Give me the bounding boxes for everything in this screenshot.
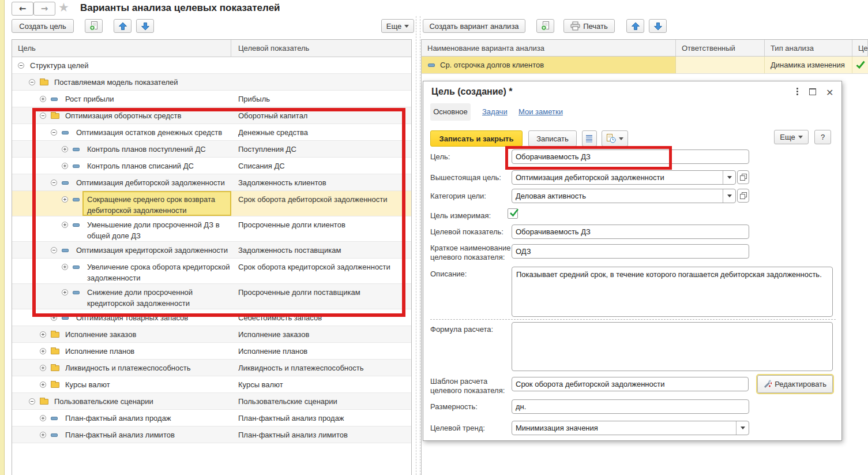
category-open-button[interactable] bbox=[737, 189, 749, 203]
magic-wand-icon bbox=[764, 380, 772, 388]
tab-tasks[interactable]: Задачи bbox=[482, 107, 508, 116]
tree-row[interactable]: Ликвидность и платежеспособностьЛиквидно… bbox=[12, 360, 411, 376]
tree-row[interactable]: Структура целей bbox=[12, 57, 411, 74]
page-title: Варианты анализа целевых показателей bbox=[80, 2, 280, 14]
chevron-down-icon bbox=[619, 137, 623, 143]
left-accent-strip bbox=[0, 0, 5, 475]
goal-cell: Поставляемая модель показателей bbox=[54, 77, 228, 88]
dropdown-arrow-icon[interactable] bbox=[723, 171, 735, 184]
expand-icon[interactable] bbox=[40, 382, 46, 388]
save-and-close-button[interactable]: Записать и закрыть bbox=[430, 130, 523, 147]
measurable-checkbox[interactable] bbox=[508, 208, 518, 219]
save-variant-button[interactable] bbox=[536, 19, 554, 33]
column-header-variant-name: Наименование варианта анализа bbox=[422, 40, 676, 56]
move-down-button[interactable] bbox=[136, 19, 154, 33]
checkmark-icon bbox=[856, 61, 865, 70]
dialog-more-button[interactable]: Еще bbox=[774, 130, 809, 144]
create-analysis-variant-button[interactable]: Создать вариант анализа bbox=[423, 19, 525, 33]
new-document-icon bbox=[541, 21, 550, 31]
move-down-button[interactable] bbox=[649, 19, 667, 33]
indicator-cell: Исполнение планов bbox=[238, 346, 408, 357]
indicator-cell: Курсы валют bbox=[238, 379, 408, 390]
expand-icon[interactable] bbox=[40, 365, 46, 371]
expand-icon[interactable] bbox=[40, 415, 46, 421]
trend-select[interactable]: Минимизация значения bbox=[512, 421, 749, 435]
help-button[interactable]: ? bbox=[814, 130, 831, 144]
category-input[interactable]: Деловая активность bbox=[512, 189, 736, 203]
collapse-icon[interactable] bbox=[29, 398, 35, 405]
indicator-input[interactable]: Оборачиваемость ДЗ bbox=[512, 225, 749, 239]
parent-goal-input[interactable]: Оптимизация дебиторской задолженности bbox=[512, 170, 736, 185]
save-list-button[interactable] bbox=[85, 19, 103, 33]
variant-target-cell bbox=[852, 57, 868, 73]
left-more-button[interactable]: Еще bbox=[381, 19, 414, 33]
goal-cell: Рост прибыли bbox=[65, 93, 228, 104]
indicator-cell: Прибыль bbox=[238, 93, 408, 104]
indicator-cell: Ликвидность и платежеспособность bbox=[238, 362, 408, 373]
variant-name-cell: Ср. отсрочка долгов клиентов bbox=[422, 57, 676, 73]
variants-table-header: Наименование варианта анализа Ответствен… bbox=[422, 40, 868, 57]
save-button[interactable]: Записать bbox=[528, 130, 577, 147]
parent-goal-open-button[interactable] bbox=[737, 170, 749, 184]
dialog-menu-button[interactable] bbox=[793, 88, 801, 97]
section-separator bbox=[430, 319, 836, 320]
back-button[interactable]: ← bbox=[12, 2, 33, 16]
create-goal-button[interactable]: Создать цель bbox=[12, 19, 74, 33]
goal-label: Цель: bbox=[430, 152, 450, 162]
chevron-down-icon bbox=[404, 25, 409, 30]
parent-goal-label: Вышестоящая цель: bbox=[430, 173, 501, 182]
variant-row[interactable]: Ср. отсрочка долгов клиентов Динамика из… bbox=[422, 57, 868, 74]
tree-row[interactable]: Поставляемая модель показателей bbox=[12, 74, 411, 91]
forward-arrow-icon: → bbox=[41, 3, 48, 14]
dimension-input[interactable]: дн. bbox=[512, 399, 749, 414]
chevron-down-icon bbox=[798, 136, 803, 141]
collapse-icon[interactable] bbox=[18, 62, 24, 69]
tree-row[interactable]: Рост прибылиПрибыль bbox=[12, 91, 411, 107]
formula-label: Формула расчета: bbox=[430, 325, 493, 334]
arrow-down-icon bbox=[141, 22, 150, 31]
collapse-icon[interactable] bbox=[29, 79, 35, 85]
column-header-responsible: Ответственный bbox=[676, 40, 765, 56]
description-textarea[interactable]: Показывает средний срок, в течение котор… bbox=[512, 267, 833, 317]
forward-button[interactable]: → bbox=[33, 2, 55, 16]
arrow-up-icon bbox=[631, 22, 640, 31]
printer-icon bbox=[570, 21, 580, 31]
tree-row[interactable]: Пользовательские сценарииПользовательски… bbox=[12, 393, 411, 410]
short-name-input[interactable]: ОДЗ bbox=[512, 244, 749, 259]
description-label: Описание: bbox=[430, 270, 467, 279]
panel-splitter[interactable] bbox=[416, 16, 420, 475]
expand-icon[interactable] bbox=[40, 96, 46, 102]
move-up-button[interactable] bbox=[626, 19, 644, 33]
template-input[interactable]: Срок оборота дебиторской задолженности bbox=[512, 377, 749, 391]
tree-row[interactable]: Исполнение плановИсполнение планов bbox=[12, 343, 411, 360]
structure-button[interactable] bbox=[582, 130, 597, 147]
tab-main[interactable]: Основное bbox=[430, 103, 471, 121]
edit-template-button[interactable]: Редактировать bbox=[757, 375, 833, 393]
maximize-button[interactable] bbox=[809, 88, 816, 95]
expand-icon[interactable] bbox=[40, 331, 46, 338]
back-arrow-icon: ← bbox=[19, 3, 27, 14]
print-button[interactable]: Печать bbox=[563, 19, 615, 33]
indicator-cell: Пользовательские сценарии bbox=[238, 396, 408, 407]
tree-row[interactable]: План-фактный анализ лимитовПлан-фактный … bbox=[12, 427, 411, 443]
tab-notes[interactable]: Мои заметки bbox=[518, 107, 563, 116]
tree-row[interactable]: План-фактный анализ продажПлан-фактный а… bbox=[12, 410, 411, 427]
document-history-button[interactable] bbox=[602, 130, 628, 147]
goal-cell: План-фактный анализ лимитов bbox=[65, 429, 228, 440]
tree-row[interactable]: Курсы валютКурсы валют bbox=[12, 376, 411, 393]
goal-cell: План-фактный анализ продаж bbox=[65, 413, 228, 424]
indicator-cell: Исполнение заказов bbox=[238, 329, 408, 340]
expand-icon[interactable] bbox=[40, 432, 46, 438]
expand-icon[interactable] bbox=[40, 348, 46, 354]
move-up-button[interactable] bbox=[114, 19, 131, 33]
tree-row[interactable]: Исполнение заказовИсполнение заказов bbox=[12, 326, 411, 343]
formula-textarea[interactable] bbox=[512, 322, 833, 371]
close-button[interactable]: ✕ bbox=[826, 87, 833, 98]
open-icon bbox=[740, 192, 747, 199]
list-icon bbox=[585, 134, 593, 143]
favorite-star-icon[interactable]: ★ bbox=[58, 1, 69, 14]
variant-type-cell: Динамика изменения bbox=[765, 57, 852, 73]
dropdown-arrow-icon[interactable] bbox=[723, 189, 735, 203]
dropdown-arrow-icon[interactable] bbox=[736, 421, 749, 435]
folder-icon bbox=[51, 382, 59, 388]
